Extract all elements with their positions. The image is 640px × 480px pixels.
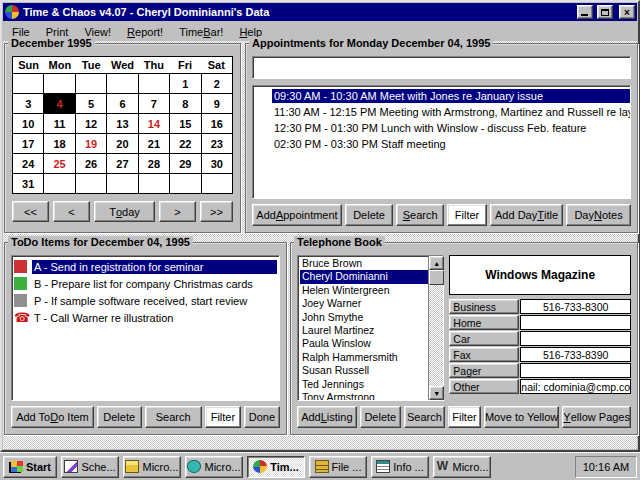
calendar-day[interactable]: 22 — [170, 134, 200, 153]
task-file[interactable]: File ... — [309, 456, 367, 478]
calendar-day[interactable]: 25 — [44, 154, 74, 173]
next-month-button[interactable]: > — [159, 201, 196, 222]
phonebook-entry-selected[interactable]: Cheryl Dominianni — [300, 270, 428, 283]
calendar-day[interactable] — [202, 174, 232, 193]
phonebook-entry[interactable]: Tony Armstrong — [300, 391, 428, 400]
calendar-day[interactable]: 24 — [13, 154, 43, 173]
delete-appointment-button[interactable]: Delete — [345, 204, 393, 226]
scroll-down-button[interactable]: ▼ — [429, 386, 444, 400]
appointment-row[interactable]: 02:30 PM - 03:30 PM Staff meeting — [253, 136, 630, 152]
calendar-day[interactable]: 11 — [44, 114, 74, 133]
calendar-day[interactable]: 31 — [13, 174, 43, 193]
calendar-day[interactable]: 5 — [76, 94, 106, 113]
calendar-day[interactable]: 23 — [202, 134, 232, 153]
calendar-day[interactable]: 19 — [76, 134, 106, 153]
car-dial-button[interactable]: Car — [449, 331, 519, 346]
next-year-button[interactable]: >> — [200, 201, 233, 222]
prev-year-button[interactable]: << — [12, 201, 49, 222]
yellow-pages-button[interactable]: Yellow Pages — [562, 406, 631, 428]
maximize-button[interactable] — [597, 5, 613, 19]
menu-report[interactable]: Report! — [119, 24, 171, 40]
calendar-day[interactable]: 30 — [202, 154, 232, 173]
appointment-checkbox[interactable] — [256, 90, 269, 102]
calendar-day[interactable] — [76, 74, 106, 93]
pager-number[interactable] — [520, 363, 631, 378]
phonebook-entry[interactable]: Paula Winslow — [300, 337, 428, 350]
calendar-day[interactable]: 9 — [202, 94, 232, 113]
fax-dial-button[interactable]: Fax — [449, 347, 519, 362]
task-microsoft-2[interactable]: Micro... — [185, 456, 243, 478]
task-microsoft-3[interactable]: W Micro... — [433, 456, 491, 478]
calendar-day[interactable]: 18 — [44, 134, 74, 153]
day-title-input[interactable] — [252, 56, 631, 79]
other-dial-button[interactable]: Other — [449, 379, 519, 394]
calendar-day[interactable] — [44, 74, 74, 93]
phonebook-entry[interactable]: Ted Jennings — [300, 378, 428, 391]
close-button[interactable]: × — [619, 5, 635, 19]
calendar-day[interactable] — [76, 174, 106, 193]
calendar-day-selected[interactable]: 4 — [44, 94, 74, 113]
calendar-day[interactable] — [13, 74, 43, 93]
car-number[interactable] — [520, 331, 631, 346]
search-todo-button[interactable]: Search — [145, 406, 202, 428]
done-todo-button[interactable]: Done — [244, 406, 280, 428]
filter-listing-button[interactable]: Filter — [448, 406, 481, 428]
scroll-up-button[interactable]: ▲ — [429, 256, 444, 270]
phonebook-entry[interactable]: Laurel Martinez — [300, 324, 428, 337]
search-listing-button[interactable]: Search — [404, 406, 445, 428]
phonebook-entry[interactable]: Susan Russell — [300, 364, 428, 377]
calendar-day[interactable] — [139, 74, 169, 93]
appointments-list[interactable]: 09:30 AM - 10:30 AM Meet with Jones re J… — [252, 85, 631, 199]
calendar-day[interactable]: 28 — [139, 154, 169, 173]
todo-row[interactable]: ☎ T - Call Warner re illustration — [14, 309, 277, 326]
todo-row[interactable]: B - Prepare list for company Christmas c… — [14, 275, 277, 292]
task-info[interactable]: Info ... — [371, 456, 429, 478]
appointment-row[interactable]: 09:30 AM - 10:30 AM Meet with Jones re J… — [253, 88, 630, 104]
prev-month-button[interactable]: < — [53, 201, 90, 222]
calendar-day[interactable]: 7 — [139, 94, 169, 113]
calendar-day[interactable]: 27 — [107, 154, 137, 173]
menu-timebar[interactable]: TimeBar! — [171, 24, 231, 40]
fax-number[interactable]: 516-733-8390 — [520, 347, 631, 362]
todo-row[interactable]: A - Send in registration for seminar — [14, 258, 277, 275]
today-button[interactable]: Today — [94, 201, 155, 222]
calendar-day[interactable]: 26 — [76, 154, 106, 173]
calendar-day[interactable] — [170, 174, 200, 193]
phonebook-entry[interactable]: Bruce Brown — [300, 257, 428, 270]
calendar-day[interactable]: 17 — [13, 134, 43, 153]
calendar-day[interactable]: 10 — [13, 114, 43, 133]
appointment-row[interactable]: 11:30 AM - 12:15 PM Meeting with Armstro… — [253, 104, 630, 120]
calendar-day[interactable]: 8 — [170, 94, 200, 113]
calendar-day[interactable]: 6 — [107, 94, 137, 113]
phonebook-entry[interactable]: Helen Wintergreen — [300, 284, 428, 297]
calendar-day[interactable]: 2 — [202, 74, 232, 93]
minimize-button[interactable] — [577, 5, 593, 19]
calendar-day[interactable] — [44, 174, 74, 193]
pager-dial-button[interactable]: Pager — [449, 363, 519, 378]
add-day-title-button[interactable]: Add Day Title — [490, 204, 563, 226]
calendar-day[interactable]: 14 — [139, 114, 169, 133]
search-appointments-button[interactable]: Search — [396, 204, 444, 226]
delete-listing-button[interactable]: Delete — [360, 406, 401, 428]
calendar-day[interactable] — [107, 74, 137, 93]
todo-list[interactable]: A - Send in registration for seminar B -… — [11, 255, 280, 401]
calendar-day[interactable]: 16 — [202, 114, 232, 133]
other-value[interactable]: nail: cdominia@cmp.co — [520, 379, 631, 394]
phonebook-entry[interactable]: John Smythe — [300, 311, 428, 324]
task-time-chaos-active[interactable]: Tim... — [247, 456, 305, 478]
filter-todo-button[interactable]: Filter — [205, 406, 241, 428]
add-listing-button[interactable]: Add Listing — [297, 406, 357, 428]
phonebook-list[interactable]: Bruce Brown Cheryl Dominianni Helen Wint… — [297, 255, 444, 401]
add-appointment-button[interactable]: Add Appointment — [252, 204, 342, 226]
scrollbar-thumb[interactable] — [429, 270, 444, 285]
calendar-day[interactable]: 3 — [13, 94, 43, 113]
start-button[interactable]: Start — [3, 456, 57, 478]
business-dial-button[interactable]: Business — [449, 299, 519, 314]
calendar-day[interactable]: 15 — [170, 114, 200, 133]
day-notes-button[interactable]: Day Notes — [566, 204, 631, 226]
calendar-day[interactable] — [107, 174, 137, 193]
task-microsoft-mail[interactable]: Micro... — [123, 456, 181, 478]
move-to-yellow-button[interactable]: Move to Yellow — [484, 406, 559, 428]
calendar-day[interactable]: 21 — [139, 134, 169, 153]
calendar-day[interactable]: 29 — [170, 154, 200, 173]
